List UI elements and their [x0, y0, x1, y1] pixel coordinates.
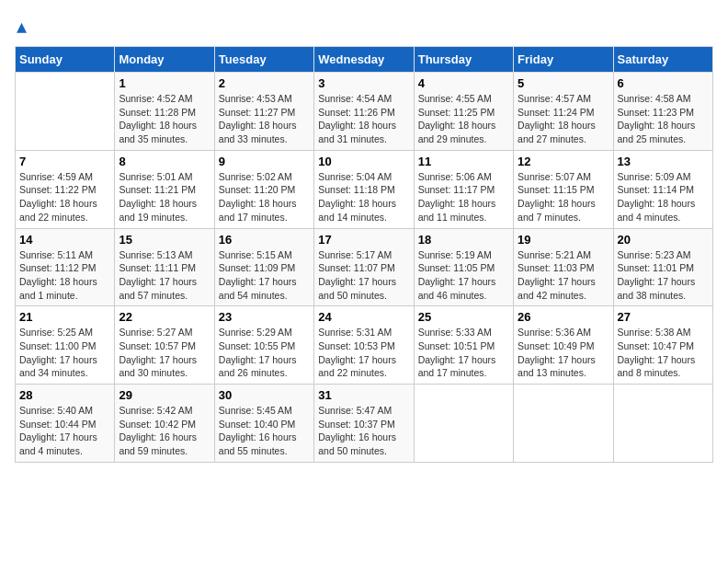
- day-info: Sunrise: 5:29 AM Sunset: 10:55 PM Daylig…: [219, 326, 310, 380]
- day-info: Sunrise: 5:11 AM Sunset: 11:12 PM Daylig…: [19, 248, 110, 303]
- day-info: Sunrise: 4:57 AM Sunset: 11:24 PM Daylig…: [518, 92, 609, 146]
- day-number: 27: [618, 310, 709, 324]
- calendar-cell: 13Sunrise: 5:09 AM Sunset: 11:14 PM Dayl…: [613, 150, 712, 228]
- calendar-cell: 25Sunrise: 5:33 AM Sunset: 10:51 PM Dayl…: [414, 306, 513, 385]
- calendar-cell: 22Sunrise: 5:27 AM Sunset: 10:57 PM Dayl…: [115, 306, 214, 385]
- calendar-cell: 11Sunrise: 5:06 AM Sunset: 11:17 PM Dayl…: [414, 150, 513, 228]
- day-info: Sunrise: 4:52 AM Sunset: 11:28 PM Daylig…: [119, 92, 210, 146]
- calendar-cell: 31Sunrise: 5:47 AM Sunset: 10:37 PM Dayl…: [314, 385, 414, 463]
- day-info: Sunrise: 5:17 AM Sunset: 11:07 PM Daylig…: [318, 248, 409, 303]
- calendar-cell: [613, 385, 712, 463]
- calendar-cell: 26Sunrise: 5:36 AM Sunset: 10:49 PM Dayl…: [514, 306, 613, 385]
- day-number: 3: [318, 76, 409, 90]
- day-info: Sunrise: 5:21 AM Sunset: 11:03 PM Daylig…: [518, 248, 609, 303]
- day-number: 30: [219, 388, 310, 402]
- day-info: Sunrise: 5:40 AM Sunset: 10:44 PM Daylig…: [19, 404, 110, 458]
- calendar-cell: 15Sunrise: 5:13 AM Sunset: 11:11 PM Dayl…: [115, 228, 214, 306]
- calendar-cell: 5Sunrise: 4:57 AM Sunset: 11:24 PM Dayli…: [514, 73, 613, 151]
- day-info: Sunrise: 5:01 AM Sunset: 11:21 PM Daylig…: [119, 170, 210, 224]
- day-number: 17: [318, 233, 409, 247]
- day-number: 25: [418, 310, 509, 324]
- logo: ▴: [15, 15, 27, 39]
- calendar-cell: 20Sunrise: 5:23 AM Sunset: 11:01 PM Dayl…: [613, 228, 712, 306]
- day-number: 21: [19, 310, 110, 324]
- day-number: 6: [618, 76, 709, 90]
- calendar-week-row: 21Sunrise: 5:25 AM Sunset: 11:00 PM Dayl…: [16, 306, 713, 385]
- day-number: 1: [119, 76, 210, 90]
- day-number: 9: [219, 155, 310, 168]
- page-header: ▴: [15, 15, 713, 39]
- day-info: Sunrise: 5:06 AM Sunset: 11:17 PM Daylig…: [418, 170, 509, 224]
- day-info: Sunrise: 5:45 AM Sunset: 10:40 PM Daylig…: [219, 404, 310, 458]
- day-number: 7: [19, 155, 110, 168]
- calendar-week-row: 14Sunrise: 5:11 AM Sunset: 11:12 PM Dayl…: [16, 228, 713, 306]
- day-info: Sunrise: 5:38 AM Sunset: 10:47 PM Daylig…: [618, 326, 709, 380]
- day-info: Sunrise: 5:42 AM Sunset: 10:42 PM Daylig…: [119, 404, 210, 458]
- day-info: Sunrise: 5:36 AM Sunset: 10:49 PM Daylig…: [518, 326, 609, 380]
- day-number: 26: [518, 310, 609, 324]
- day-info: Sunrise: 5:33 AM Sunset: 10:51 PM Daylig…: [418, 326, 509, 380]
- day-number: 4: [418, 76, 509, 90]
- day-info: Sunrise: 5:15 AM Sunset: 11:09 PM Daylig…: [219, 248, 310, 303]
- day-number: 23: [219, 310, 310, 324]
- day-info: Sunrise: 5:31 AM Sunset: 10:53 PM Daylig…: [318, 326, 409, 380]
- calendar-cell: 21Sunrise: 5:25 AM Sunset: 11:00 PM Dayl…: [16, 306, 115, 385]
- calendar-cell: 17Sunrise: 5:17 AM Sunset: 11:07 PM Dayl…: [314, 228, 414, 306]
- day-info: Sunrise: 5:09 AM Sunset: 11:14 PM Daylig…: [618, 170, 709, 224]
- weekday-header-thursday: Thursday: [414, 47, 513, 73]
- day-number: 29: [119, 388, 210, 402]
- calendar-week-row: 7Sunrise: 4:59 AM Sunset: 11:22 PM Dayli…: [16, 150, 713, 228]
- weekday-header-saturday: Saturday: [613, 47, 712, 73]
- day-number: 13: [618, 155, 709, 168]
- calendar-cell: 28Sunrise: 5:40 AM Sunset: 10:44 PM Dayl…: [16, 385, 115, 463]
- day-number: 24: [318, 310, 409, 324]
- calendar-cell: 14Sunrise: 5:11 AM Sunset: 11:12 PM Dayl…: [16, 228, 115, 306]
- day-number: 8: [119, 155, 210, 168]
- day-info: Sunrise: 5:13 AM Sunset: 11:11 PM Daylig…: [119, 248, 210, 303]
- weekday-header-tuesday: Tuesday: [214, 47, 313, 73]
- day-number: 11: [418, 155, 509, 168]
- day-info: Sunrise: 4:59 AM Sunset: 11:22 PM Daylig…: [19, 170, 110, 224]
- day-info: Sunrise: 5:27 AM Sunset: 10:57 PM Daylig…: [119, 326, 210, 380]
- calendar-week-row: 1Sunrise: 4:52 AM Sunset: 11:28 PM Dayli…: [16, 73, 713, 151]
- calendar-cell: 9Sunrise: 5:02 AM Sunset: 11:20 PM Dayli…: [214, 150, 313, 228]
- day-info: Sunrise: 5:25 AM Sunset: 11:00 PM Daylig…: [19, 326, 110, 380]
- day-number: 28: [19, 388, 110, 402]
- day-number: 10: [318, 155, 409, 168]
- calendar-cell: 24Sunrise: 5:31 AM Sunset: 10:53 PM Dayl…: [314, 306, 414, 385]
- calendar-cell: 6Sunrise: 4:58 AM Sunset: 11:23 PM Dayli…: [613, 73, 712, 151]
- calendar-cell: 8Sunrise: 5:01 AM Sunset: 11:21 PM Dayli…: [115, 150, 214, 228]
- day-number: 16: [219, 233, 310, 247]
- calendar-week-row: 28Sunrise: 5:40 AM Sunset: 10:44 PM Dayl…: [16, 385, 713, 463]
- day-info: Sunrise: 5:47 AM Sunset: 10:37 PM Daylig…: [318, 404, 409, 458]
- day-info: Sunrise: 5:19 AM Sunset: 11:05 PM Daylig…: [418, 248, 509, 303]
- day-number: 5: [518, 76, 609, 90]
- calendar-cell: 16Sunrise: 5:15 AM Sunset: 11:09 PM Dayl…: [214, 228, 313, 306]
- day-info: Sunrise: 5:02 AM Sunset: 11:20 PM Daylig…: [219, 170, 310, 224]
- day-number: 20: [618, 233, 709, 247]
- day-info: Sunrise: 4:58 AM Sunset: 11:23 PM Daylig…: [618, 92, 709, 146]
- calendar-cell: [16, 73, 115, 151]
- day-number: 2: [219, 76, 310, 90]
- calendar-cell: 3Sunrise: 4:54 AM Sunset: 11:26 PM Dayli…: [314, 73, 414, 151]
- calendar-cell: 23Sunrise: 5:29 AM Sunset: 10:55 PM Dayl…: [214, 306, 313, 385]
- weekday-header-row: SundayMondayTuesdayWednesdayThursdayFrid…: [16, 47, 713, 73]
- calendar-cell: 19Sunrise: 5:21 AM Sunset: 11:03 PM Dayl…: [514, 228, 613, 306]
- day-info: Sunrise: 5:23 AM Sunset: 11:01 PM Daylig…: [618, 248, 709, 303]
- calendar-cell: 12Sunrise: 5:07 AM Sunset: 11:15 PM Dayl…: [514, 150, 613, 228]
- weekday-header-friday: Friday: [514, 47, 613, 73]
- day-number: 18: [418, 233, 509, 247]
- calendar-cell: 27Sunrise: 5:38 AM Sunset: 10:47 PM Dayl…: [613, 306, 712, 385]
- calendar-cell: 2Sunrise: 4:53 AM Sunset: 11:27 PM Dayli…: [214, 73, 313, 151]
- weekday-header-sunday: Sunday: [16, 47, 115, 73]
- calendar-cell: 10Sunrise: 5:04 AM Sunset: 11:18 PM Dayl…: [314, 150, 414, 228]
- day-info: Sunrise: 5:04 AM Sunset: 11:18 PM Daylig…: [318, 170, 409, 224]
- weekday-header-wednesday: Wednesday: [314, 47, 414, 73]
- day-info: Sunrise: 4:53 AM Sunset: 11:27 PM Daylig…: [219, 92, 310, 146]
- calendar-cell: [414, 385, 513, 463]
- calendar-cell: 7Sunrise: 4:59 AM Sunset: 11:22 PM Dayli…: [16, 150, 115, 228]
- day-info: Sunrise: 4:54 AM Sunset: 11:26 PM Daylig…: [318, 92, 409, 146]
- calendar-cell: 29Sunrise: 5:42 AM Sunset: 10:42 PM Dayl…: [115, 385, 214, 463]
- calendar-cell: 18Sunrise: 5:19 AM Sunset: 11:05 PM Dayl…: [414, 228, 513, 306]
- day-number: 22: [119, 310, 210, 324]
